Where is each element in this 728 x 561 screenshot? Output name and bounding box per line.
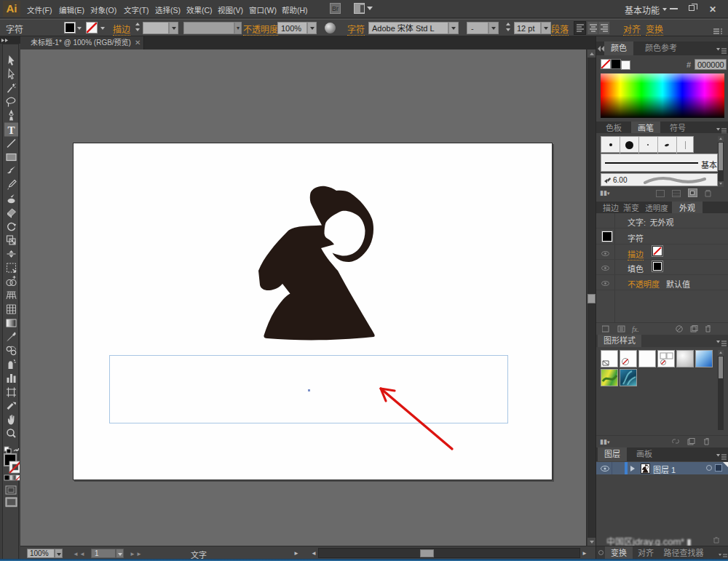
- svg-text:fx.: fx.: [632, 325, 639, 333]
- svg-text:T: T: [7, 124, 15, 136]
